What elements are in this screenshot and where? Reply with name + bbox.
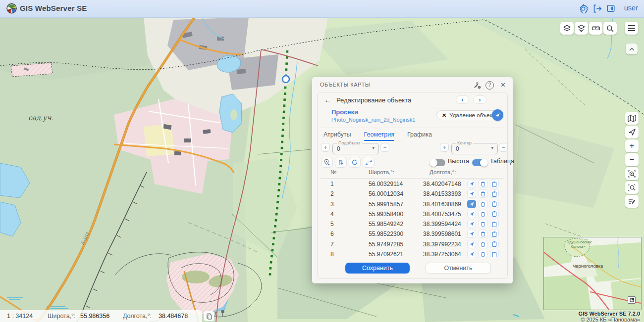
coords-table-body: 156.0032911438.402047148256.0001203438.4… (322, 179, 502, 259)
delete-point-button[interactable] (479, 200, 487, 208)
clipboard-icon (492, 191, 497, 197)
edit-object-card: ← Редактирование объекта ‹ › Просеки Pho… (317, 92, 508, 279)
copy-point-button[interactable] (490, 200, 499, 208)
garden-label: сад.уч. (28, 114, 54, 122)
side-panel-icon[interactable] (606, 4, 616, 14)
trash-icon (481, 201, 485, 207)
status-bar: 1 : 34124 Широта,°: 55.986356 Долгота,°:… (0, 310, 202, 322)
search-button[interactable] (603, 22, 617, 35)
latitude-value: 55.98549242 (369, 221, 424, 228)
table-toggle-label: Таблица (490, 158, 514, 165)
back-icon[interactable]: ← (324, 95, 331, 104)
zoom-out-button[interactable]: − (625, 153, 639, 166)
cancel-button[interactable]: Отменить (426, 263, 491, 274)
reverse-contour-button[interactable] (349, 157, 361, 168)
contour-add-button[interactable]: + (440, 143, 449, 152)
delete-point-button[interactable] (479, 220, 487, 228)
zoom-in-button[interactable]: + (625, 139, 639, 152)
trash-icon (481, 181, 485, 186)
col-latitude: Широта,°: (369, 169, 394, 175)
fly-to-point-button[interactable] (467, 240, 476, 248)
fly-to-point-button[interactable] (467, 250, 476, 258)
copy-point-button[interactable] (490, 220, 499, 228)
copy-point-button[interactable] (490, 230, 499, 238)
point-number: 4 (330, 211, 334, 218)
fly-to-object-button[interactable] (492, 109, 503, 121)
fly-to-point-button[interactable] (467, 180, 476, 188)
point-number: 3 (330, 201, 334, 208)
delete-point-button[interactable] (479, 230, 487, 238)
copy-point-button[interactable] (490, 180, 499, 188)
app-version: GIS WebServer SE 7.2.0 (578, 311, 640, 317)
measure-ruler-button[interactable] (589, 22, 602, 35)
fly-to-point-button[interactable] (467, 220, 476, 228)
zoom-to-area-button[interactable] (625, 167, 639, 180)
save-button[interactable]: Сохранить (345, 263, 410, 274)
coordinate-row: 156.0032911438.402047148 (322, 179, 502, 189)
help-icon[interactable]: ? (485, 81, 494, 90)
nav-arrow-icon (469, 241, 475, 247)
copy-point-button[interactable] (490, 210, 499, 218)
copy-coordinates-button[interactable] (204, 311, 214, 321)
delete-x-icon: ✕ (442, 112, 446, 119)
svg-text:Черноголовка: Черноголовка (573, 263, 603, 269)
map-content-button[interactable] (625, 112, 639, 125)
subobject-add-button[interactable]: + (321, 143, 330, 152)
coordinate-row: 355.9991585738.401630869 (322, 199, 502, 209)
copy-point-button[interactable] (490, 240, 499, 248)
delete-point-button[interactable] (479, 189, 487, 198)
object-name[interactable]: Просеки (331, 108, 358, 116)
longitude-value: 38.397253064 (423, 251, 468, 258)
main-menu-button[interactable] (625, 22, 638, 35)
copy-point-button[interactable] (490, 189, 499, 198)
tab-inactive[interactable]: Графика (407, 131, 432, 141)
next-object-button[interactable]: › (473, 95, 486, 104)
map-scale: 1 : 34124 (7, 313, 33, 320)
svg-text:болота»: болота» (571, 244, 585, 249)
contour-remove-button[interactable]: − (499, 143, 508, 152)
copy-point-button[interactable] (490, 250, 499, 258)
add-point-pin-button[interactable] (321, 157, 333, 168)
latitude-value: 55.97092621 (369, 251, 424, 258)
tab-active[interactable]: Геометрия (364, 131, 394, 141)
overview-map[interactable]: «душоновские болота» Черноголовка (543, 237, 642, 310)
close-icon[interactable]: ✕ (500, 81, 506, 89)
clipboard-icon (492, 211, 497, 217)
delete-point-button[interactable] (479, 180, 487, 188)
subobject-select[interactable]: Подобъект 0 ▾ (332, 143, 379, 154)
layers-filled-button[interactable] (575, 22, 588, 35)
delete-point-button[interactable] (479, 250, 487, 258)
previous-object-button[interactable]: ‹ (456, 95, 469, 104)
point-number: 6 (330, 230, 334, 237)
layers-outline-button[interactable] (560, 22, 574, 35)
delete-point-button[interactable] (479, 240, 487, 248)
collapse-toolbar-button[interactable] (626, 44, 638, 54)
subobject-remove-button[interactable]: − (380, 143, 389, 152)
contour-select[interactable]: Контур 0 ▾ (451, 143, 498, 154)
fly-to-point-button[interactable] (467, 189, 476, 198)
fly-to-point-button[interactable] (467, 200, 476, 208)
edit-log-button[interactable] (625, 195, 639, 208)
breadcrumb: Редактирование объекта (336, 96, 411, 104)
nav-arrow-icon (469, 251, 475, 257)
minimap-expand-button[interactable] (628, 296, 636, 304)
pin-settings-icon[interactable] (473, 82, 481, 91)
coordinate-row: 555.9854924238.399594424 (322, 219, 502, 229)
user-menu[interactable]: user (624, 4, 638, 12)
point-number: 2 (330, 190, 334, 197)
cut-segment-button[interactable] (363, 157, 375, 168)
geolocation-button[interactable] (625, 126, 639, 138)
height-toggle[interactable] (430, 159, 445, 166)
tab-bar: АтрибутыГеометрияГрафика (323, 131, 432, 141)
delete-point-button[interactable] (479, 210, 487, 218)
settings-icon[interactable] (579, 4, 589, 14)
fly-to-point-button[interactable] (467, 210, 476, 218)
logout-icon[interactable] (592, 4, 602, 14)
swap-direction-button[interactable] (335, 157, 347, 168)
tab-inactive[interactable]: Атрибуты (323, 131, 351, 141)
fly-to-point-button[interactable] (467, 230, 476, 238)
coordinate-row: 755.9749728538.397992234 (322, 239, 502, 249)
vertex-marker[interactable] (282, 76, 289, 83)
table-toggle[interactable] (472, 159, 487, 166)
zoom-by-frame-button[interactable] (625, 181, 639, 194)
